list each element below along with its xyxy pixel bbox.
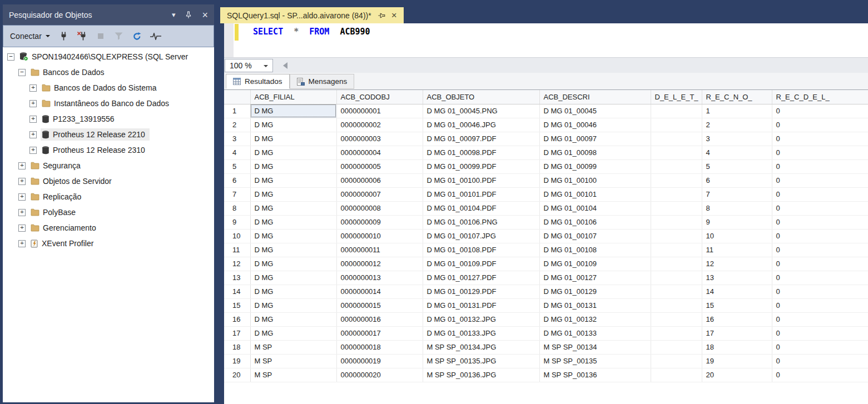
sql-editor[interactable]: SELECT * FROM ACB990 xyxy=(224,23,868,57)
collapse-icon[interactable]: − xyxy=(7,53,14,61)
tree-item-instant-neos-do-banco-de-dados[interactable]: +Instantâneos do Banco de Dados xyxy=(3,96,214,111)
collapse-icon[interactable]: − xyxy=(18,69,26,76)
cell[interactable]: D MG 01_00046 xyxy=(539,118,651,132)
column-header-acb_codobj[interactable]: ACB_CODOBJ xyxy=(336,90,423,104)
tree-item-content[interactable]: XEvent Profiler xyxy=(29,237,98,250)
tree-item-content[interactable]: Bancos de Dados xyxy=(29,66,109,78)
cell[interactable]: M SP SP_00135 xyxy=(539,354,651,368)
cell[interactable]: D MG xyxy=(250,159,336,173)
cell[interactable] xyxy=(651,215,702,229)
cell[interactable] xyxy=(651,285,702,298)
cell[interactable] xyxy=(651,354,702,368)
tree-item-polybase[interactable]: +PolyBase xyxy=(3,205,214,220)
tab-resultados[interactable]: Resultados xyxy=(226,74,290,89)
cell[interactable] xyxy=(651,132,702,146)
select-all-corner[interactable] xyxy=(224,90,250,104)
expand-icon[interactable]: + xyxy=(29,100,37,107)
row-number[interactable]: 1 xyxy=(224,104,250,118)
cell[interactable]: 16 xyxy=(702,312,772,326)
cell[interactable]: D MG 01_00099 xyxy=(539,159,651,173)
tree-item-protheus-12-release-2310[interactable]: +Protheus 12 Release 2310 xyxy=(3,142,214,158)
cell[interactable]: M SP SP_00136.JPG xyxy=(423,368,539,382)
cell[interactable]: 0 xyxy=(772,146,868,159)
cell[interactable]: D MG 01_00133 xyxy=(539,326,651,340)
cell[interactable]: 0000000015 xyxy=(336,298,423,312)
cell[interactable]: D MG xyxy=(250,298,336,312)
cell[interactable]: D MG 01_00107.JPG xyxy=(423,229,539,243)
cell[interactable]: D MG xyxy=(250,146,336,159)
tree-item-xevent-profiler[interactable]: +XEvent Profiler xyxy=(3,236,214,251)
row-number[interactable]: 20 xyxy=(224,368,250,382)
tree-item-objetos-de-servidor[interactable]: +Objetos de Servidor xyxy=(3,173,214,189)
cell[interactable] xyxy=(651,326,702,340)
stop-icon[interactable] xyxy=(95,31,106,42)
cell[interactable]: D MG xyxy=(250,132,336,146)
cell[interactable]: 0 xyxy=(772,298,868,312)
cell[interactable]: D MG 01_00098 xyxy=(539,146,651,159)
expand-icon[interactable]: + xyxy=(18,225,26,232)
pin-icon[interactable] xyxy=(378,12,385,19)
cell[interactable]: D MG 01_00045 xyxy=(539,104,651,118)
cell[interactable]: D MG 01_00132.JPG xyxy=(423,312,539,326)
cell[interactable]: 0 xyxy=(772,132,868,146)
cell[interactable]: D MG 01_00127 xyxy=(539,271,651,285)
cell[interactable]: 0 xyxy=(772,368,868,382)
cell[interactable]: 0 xyxy=(772,215,868,229)
tree-item-bancos-de-dados-do-sistema[interactable]: +Bancos de Dados do Sistema xyxy=(3,80,214,96)
cell[interactable]: D MG 01_00131.PDF xyxy=(423,298,539,312)
cell[interactable]: 0 xyxy=(772,159,868,173)
cell[interactable]: D MG 01_00101 xyxy=(539,187,651,201)
tree-item-bancos-de-dados[interactable]: −Bancos de Dados xyxy=(3,64,214,80)
cell[interactable]: 0000000002 xyxy=(336,118,423,132)
cell[interactable]: 0 xyxy=(772,257,868,271)
cell[interactable]: 0000000018 xyxy=(336,340,423,354)
cell[interactable]: D MG 01_00106.PNG xyxy=(423,215,539,229)
tree-item-seguran-a[interactable]: +Segurança xyxy=(3,158,214,173)
cell[interactable]: D MG xyxy=(250,104,336,118)
cell[interactable]: D MG 01_00097.PDF xyxy=(423,132,539,146)
cell[interactable]: D MG 01_00097 xyxy=(539,132,651,146)
cell[interactable]: 2 xyxy=(702,118,772,132)
cell[interactable]: D MG 01_00132 xyxy=(539,312,651,326)
cell[interactable]: D MG 01_00109 xyxy=(539,257,651,271)
column-header-acb_objeto[interactable]: ACB_OBJETO xyxy=(423,90,539,104)
column-header-r_e_c_d_e_l_[interactable]: R_E_C_D_E_L_ xyxy=(772,90,868,104)
connect-plug-icon[interactable] xyxy=(58,31,70,42)
tree-item-replica-o[interactable]: +Replicação xyxy=(3,189,214,205)
tree-item-content[interactable]: Protheus 12 Release 2310 xyxy=(41,144,150,156)
row-number[interactable]: 13 xyxy=(224,271,250,285)
cell[interactable]: 17 xyxy=(702,326,772,340)
cell[interactable]: D MG 01_00101.PDF xyxy=(423,187,539,201)
cell[interactable]: 6 xyxy=(702,173,772,187)
tree-item-content[interactable]: P1233_13919556 xyxy=(41,113,119,125)
cell[interactable]: D MG 01_00100.PDF xyxy=(423,173,539,187)
row-number[interactable]: 5 xyxy=(224,159,250,173)
disconnect-plug-icon[interactable] xyxy=(77,31,88,42)
cell[interactable]: 0000000007 xyxy=(336,187,423,201)
row-number[interactable]: 12 xyxy=(224,257,250,271)
cell[interactable]: M SP SP_00134 xyxy=(539,340,651,354)
row-number[interactable]: 17 xyxy=(224,326,250,340)
scroll-left-arrow-icon[interactable] xyxy=(283,62,287,69)
cell[interactable]: D MG 01_00104 xyxy=(539,201,651,215)
row-number[interactable]: 15 xyxy=(224,298,250,312)
cell[interactable]: 0 xyxy=(772,118,868,132)
tree-item-spon19402466-sqlexpress-sql-server[interactable]: −SPON19402466\SQLEXPRESS (SQL Server xyxy=(3,49,214,64)
cell[interactable] xyxy=(651,173,702,187)
expand-icon[interactable]: + xyxy=(29,147,37,154)
cell[interactable]: D MG xyxy=(250,285,336,298)
cell[interactable]: D MG 01_00131 xyxy=(539,298,651,312)
cell[interactable] xyxy=(651,340,702,354)
cell[interactable] xyxy=(651,298,702,312)
expand-icon[interactable]: + xyxy=(18,178,26,185)
close-icon[interactable]: × xyxy=(391,12,397,19)
row-number[interactable]: 10 xyxy=(224,229,250,243)
cell[interactable]: D MG xyxy=(250,257,336,271)
cell[interactable]: 0000000017 xyxy=(336,326,423,340)
cell[interactable]: D MG 01_00133.JPG xyxy=(423,326,539,340)
tree-item-content[interactable]: Protheus 12 Release 2210 xyxy=(41,128,150,141)
cell[interactable]: 0000000019 xyxy=(336,354,423,368)
cell[interactable]: 0000000012 xyxy=(336,257,423,271)
tree-item-p1233-13919556[interactable]: +P1233_13919556 xyxy=(3,111,214,127)
cell[interactable]: D MG 01_00098.PDF xyxy=(423,146,539,159)
